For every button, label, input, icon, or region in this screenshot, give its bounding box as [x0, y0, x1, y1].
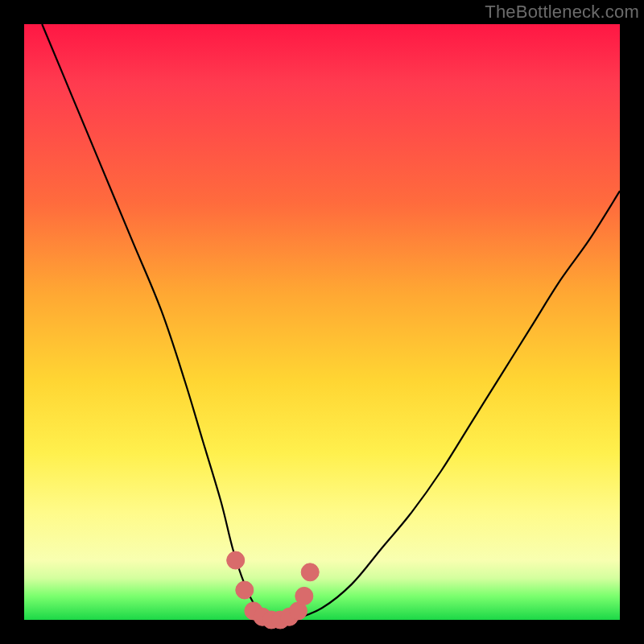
curve-marker [301, 564, 319, 581]
curve-markers [227, 551, 320, 629]
bottleneck-curve-svg [24, 24, 620, 620]
curve-marker [236, 581, 254, 599]
watermark-label: TheBottleneck.com [485, 2, 639, 23]
curve-marker [295, 587, 313, 605]
curve-marker [227, 551, 245, 569]
bottleneck-curve-path [42, 24, 620, 621]
plot-area [24, 24, 620, 620]
chart-frame: TheBottleneck.com [0, 0, 644, 644]
